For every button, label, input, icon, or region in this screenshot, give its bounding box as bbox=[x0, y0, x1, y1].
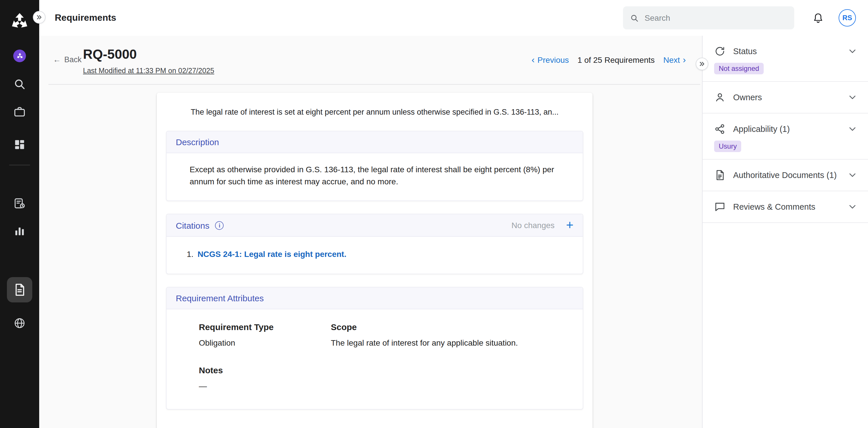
record-header: ← Back RQ-5000 Last Modified at 11:33 PM… bbox=[39, 36, 702, 85]
attribute-label: Scope bbox=[331, 322, 518, 332]
requirement-title: The legal rate of interest is set at eig… bbox=[176, 108, 573, 117]
sidebar-divider bbox=[9, 165, 30, 165]
attribute-value: The legal rate of interest for any appli… bbox=[331, 337, 518, 349]
workspace-badge-icon[interactable] bbox=[13, 50, 26, 62]
citation-item: 1. NCGS 24-1: Legal rate is eight percen… bbox=[187, 250, 574, 259]
next-button[interactable]: Next › bbox=[663, 55, 686, 65]
top-bar: Requirements RS bbox=[39, 0, 868, 36]
description-heading: Description bbox=[176, 137, 219, 147]
add-citation-button[interactable]: + bbox=[566, 220, 574, 230]
panel-section-header[interactable]: Applicability (1) bbox=[714, 123, 858, 135]
sidebar-search-icon[interactable] bbox=[13, 77, 27, 91]
chevron-down-icon[interactable] bbox=[847, 92, 858, 102]
status-icon bbox=[714, 45, 726, 57]
citations-heading: Citations bbox=[176, 220, 210, 230]
panel-section-reviews-comments[interactable]: Reviews & Comments bbox=[703, 191, 868, 223]
attribute-label: Requirement Type bbox=[199, 322, 331, 332]
chevron-down-icon[interactable] bbox=[847, 170, 858, 180]
record-id-title: RQ-5000 bbox=[83, 47, 137, 62]
back-label: Back bbox=[64, 55, 82, 64]
last-modified-link[interactable]: Last Modified at 11:33 PM on 02/27/2025 bbox=[83, 67, 214, 75]
attribute-notes: Notes — bbox=[199, 365, 557, 392]
description-section-header: Description bbox=[166, 131, 583, 153]
applicability-share-icon bbox=[714, 123, 726, 135]
panel-section-header[interactable]: Owners bbox=[714, 92, 858, 103]
dashboard-icon[interactable] bbox=[13, 138, 27, 152]
briefcase-icon[interactable] bbox=[13, 105, 27, 119]
panel-section-label: Owners bbox=[733, 93, 847, 102]
attributes-body: Requirement Type Obligation Scope The le… bbox=[166, 309, 583, 409]
no-changes-label: No changes bbox=[512, 221, 554, 230]
topbar-search[interactable] bbox=[623, 6, 794, 29]
panel-section-authoritative-documents[interactable]: Authoritative Documents (1) bbox=[703, 160, 868, 191]
app-sidebar bbox=[0, 0, 39, 428]
panel-section-header[interactable]: Status bbox=[714, 45, 858, 57]
attribute-label: Notes bbox=[199, 365, 557, 375]
citation-number: 1. bbox=[187, 250, 193, 259]
citations-header-actions: No changes + bbox=[512, 220, 574, 230]
citations-section-header: Citations i No changes + bbox=[166, 214, 583, 237]
search-input[interactable] bbox=[645, 13, 787, 23]
previous-button[interactable]: ‹ Previous bbox=[531, 55, 569, 65]
info-icon[interactable]: i bbox=[215, 221, 224, 230]
header-divider bbox=[49, 84, 700, 85]
attributes-row: Requirement Type Obligation Scope The le… bbox=[199, 322, 557, 349]
attribute-scope: Scope The legal rate of interest for any… bbox=[331, 322, 518, 349]
applicability-badge: Usury bbox=[714, 140, 742, 152]
comment-bubble-icon bbox=[714, 201, 726, 212]
panel-section-label: Reviews & Comments bbox=[733, 202, 847, 211]
page-title: Requirements bbox=[55, 13, 116, 23]
panel-collapse-button[interactable] bbox=[696, 58, 708, 70]
notifications-bell-icon[interactable] bbox=[812, 12, 824, 24]
attributes-section: Requirement Attributes Requirement Type … bbox=[166, 287, 583, 409]
user-avatar[interactable]: RS bbox=[839, 9, 856, 27]
chevron-down-icon[interactable] bbox=[847, 202, 858, 212]
attribute-value: Obligation bbox=[199, 337, 331, 349]
status-badge: Not assigned bbox=[714, 63, 764, 74]
previous-label: Previous bbox=[537, 55, 569, 65]
panel-section-applicability[interactable]: Applicability (1) Usury bbox=[703, 113, 868, 160]
document-report-icon bbox=[13, 283, 27, 297]
double-chevron-right-icon bbox=[699, 61, 706, 67]
attributes-section-header: Requirement Attributes bbox=[166, 288, 583, 309]
chevron-down-icon[interactable] bbox=[847, 46, 858, 57]
citations-section: Citations i No changes + 1. NCGS 24-1: L… bbox=[166, 214, 583, 274]
sidebar-expand-button[interactable] bbox=[33, 11, 45, 24]
back-arrow-icon: ← bbox=[53, 55, 61, 64]
citation-link[interactable]: NCGS 24-1: Legal rate is eight percent. bbox=[197, 250, 346, 259]
attribute-requirement-type: Requirement Type Obligation bbox=[199, 322, 331, 349]
attribute-value: — bbox=[199, 381, 557, 392]
document-icon bbox=[714, 169, 726, 181]
sidebar-item-requirements-active[interactable] bbox=[7, 277, 32, 302]
records-clock-icon[interactable] bbox=[13, 196, 27, 210]
pagination-count: 1 of 25 Requirements bbox=[578, 55, 655, 65]
globe-network-icon[interactable] bbox=[13, 316, 27, 330]
search-icon bbox=[630, 13, 639, 23]
panel-section-header[interactable]: Authoritative Documents (1) bbox=[714, 169, 858, 181]
chevron-down-icon[interactable] bbox=[847, 124, 858, 134]
detail-side-panel: Status Not assigned Owners bbox=[702, 36, 868, 428]
brand-logo[interactable] bbox=[8, 10, 31, 33]
description-body: Except as otherwise provided in G.S. 136… bbox=[166, 153, 583, 200]
next-label: Next bbox=[663, 55, 680, 65]
panel-section-header[interactable]: Reviews & Comments bbox=[714, 201, 858, 212]
panel-section-label: Status bbox=[733, 47, 847, 56]
app-window: Requirements RS ← Back RQ-5000 Last Modi… bbox=[0, 0, 868, 428]
citations-list: 1. NCGS 24-1: Legal rate is eight percen… bbox=[166, 237, 583, 274]
panel-section-owners[interactable]: Owners bbox=[703, 82, 868, 113]
chevron-right-icon: › bbox=[683, 55, 686, 65]
back-button[interactable]: ← Back bbox=[53, 55, 82, 64]
panel-section-label: Applicability (1) bbox=[733, 124, 847, 134]
description-section: Description Except as otherwise provided… bbox=[166, 131, 583, 201]
panel-section-status[interactable]: Status Not assigned bbox=[703, 36, 868, 82]
record-pager: ‹ Previous 1 of 25 Requirements Next › bbox=[531, 55, 686, 65]
main-content: ← Back RQ-5000 Last Modified at 11:33 PM… bbox=[39, 36, 702, 428]
double-chevron-right-icon bbox=[36, 14, 43, 21]
chevron-left-icon: ‹ bbox=[531, 55, 534, 65]
person-icon bbox=[714, 92, 726, 103]
panel-section-label: Authoritative Documents (1) bbox=[733, 170, 847, 180]
attributes-heading: Requirement Attributes bbox=[176, 293, 264, 303]
requirement-card: The legal rate of interest is set at eig… bbox=[157, 93, 592, 428]
library-bars-icon[interactable] bbox=[13, 224, 27, 238]
